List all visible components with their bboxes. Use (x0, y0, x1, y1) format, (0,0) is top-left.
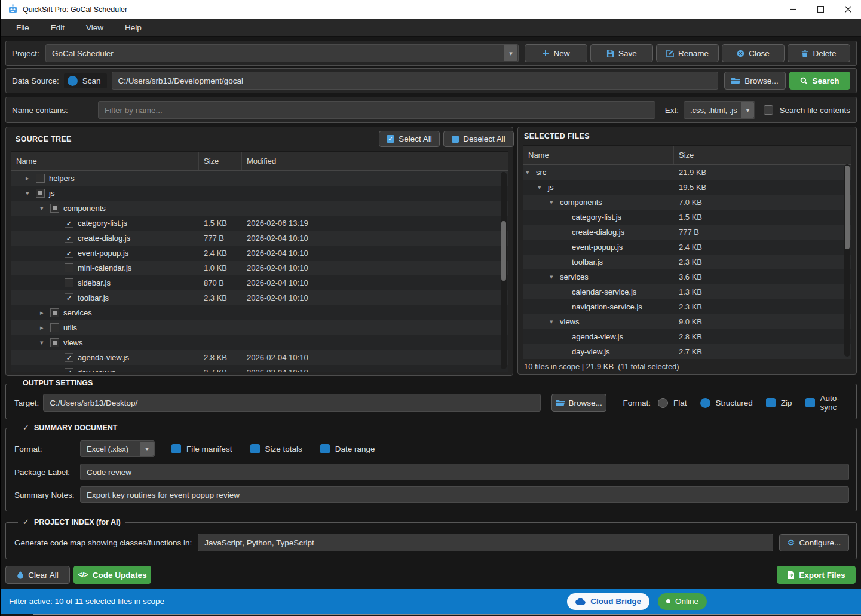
source-tree-row[interactable]: ✓create-dialog.js777 B2026-02-04 10:10 (11, 231, 508, 246)
row-checkbox-checked[interactable]: ✓ (65, 353, 73, 362)
selected-file-row[interactable]: ▾services3.6 KB (523, 269, 851, 284)
summary-format-select[interactable]: Excel (.xlsx) ▾ (80, 440, 155, 457)
caret-down-icon[interactable]: ▾ (526, 168, 536, 176)
caret-down-icon[interactable]: ▾ (538, 183, 548, 191)
caret-right-icon[interactable]: ▸ (40, 309, 50, 317)
source-tree-row[interactable]: ▾components (11, 201, 508, 216)
format-option-structured[interactable]: Structured (700, 398, 753, 408)
row-checkbox-checked[interactable]: ✓ (65, 249, 73, 258)
target-path-input[interactable] (43, 394, 541, 412)
row-checkbox-partial[interactable] (36, 189, 45, 198)
col-name[interactable]: Name (523, 146, 674, 164)
caret-down-icon[interactable]: ▾ (550, 318, 560, 326)
col-modified[interactable]: Modified (242, 152, 508, 170)
close-button[interactable] (834, 0, 861, 19)
row-checkbox-partial[interactable] (50, 204, 59, 213)
save-button[interactable]: Save (590, 44, 653, 62)
selected-file-row[interactable]: ▾js19.5 KB (523, 180, 851, 195)
row-checkbox-checked[interactable]: ✓ (65, 293, 73, 302)
scan-radio[interactable] (68, 76, 78, 86)
delete-button[interactable]: Delete (788, 44, 850, 62)
row-checkbox-unchecked[interactable] (65, 263, 73, 272)
source-tree-row[interactable]: ✓agenda-view.js2.8 KB2026-02-04 10:10 (11, 350, 508, 365)
source-tree-row[interactable]: sidebar.js870 B2026-02-04 10:10 (11, 275, 508, 290)
selected-file-row[interactable]: navigation-service.js2.3 KB (523, 299, 851, 314)
row-checkbox-checked[interactable]: ✓ (65, 368, 73, 372)
minimize-button[interactable] (779, 0, 807, 19)
selected-file-row[interactable]: toolbar.js2.3 KB (523, 255, 851, 269)
rename-button[interactable]: Rename (656, 44, 719, 62)
deselect-all-button[interactable]: Deselect All (443, 131, 514, 147)
radio-unchecked[interactable] (658, 398, 668, 408)
caret-right-icon[interactable]: ▸ (26, 174, 36, 182)
close-project-button[interactable]: Close (722, 44, 785, 62)
caret-down-icon[interactable]: ▾ (550, 273, 560, 281)
scrollbar-thumb[interactable] (845, 166, 850, 249)
package-label-input[interactable] (80, 464, 849, 480)
source-tree-row[interactable]: mini-calendar.js1.0 KB2026-02-04 10:10 (11, 261, 508, 275)
scrollbar-thumb[interactable] (501, 221, 506, 281)
clear-all-button[interactable]: Clear All (5, 566, 70, 584)
summary-notes-input[interactable] (80, 486, 849, 503)
selected-file-row[interactable]: ▾src21.9 KB (523, 165, 851, 180)
checkbox-checked[interactable] (766, 398, 776, 407)
caret-down-icon[interactable]: ▾ (26, 189, 36, 197)
source-tree-row[interactable]: ▾js (11, 186, 508, 201)
caret-right-icon[interactable]: ▸ (40, 324, 50, 332)
row-checkbox-unchecked[interactable] (65, 278, 73, 287)
project-select[interactable]: GoCal Scheduler ▾ (45, 44, 519, 62)
format-option-auto-sync[interactable]: Auto-sync (805, 394, 849, 412)
selected-file-row[interactable]: calendar-service.js1.3 KB (523, 284, 851, 299)
search-contents-checkbox[interactable] (764, 105, 773, 115)
caret-down-icon[interactable]: ▾ (40, 339, 50, 347)
search-button[interactable]: Search (789, 72, 850, 90)
summary-option-file-manifest[interactable]: File manifest (171, 444, 232, 453)
source-tree-row[interactable]: ▸utils (11, 320, 508, 335)
checkbox-checked[interactable] (250, 444, 260, 453)
checkbox-checked[interactable] (171, 444, 181, 453)
cloud-bridge-button[interactable]: Cloud Bridge (567, 593, 649, 610)
selected-file-row[interactable]: category-list.js1.5 KB (523, 210, 851, 225)
checkbox-checked[interactable] (805, 398, 815, 407)
col-size[interactable]: Size (674, 146, 851, 164)
source-tree-row[interactable]: ▸services (11, 305, 508, 320)
row-checkbox-checked[interactable]: ✓ (65, 219, 73, 228)
selected-file-row[interactable]: day-view.js2.7 KB (523, 344, 851, 359)
ext-select[interactable]: .css, .html, .js ▾ (684, 101, 755, 119)
source-tree-row[interactable]: ▸helpers (11, 171, 508, 186)
selected-files-scrollbar[interactable] (844, 164, 850, 357)
menu-item-help[interactable]: Help (117, 21, 150, 35)
browse-source-button[interactable]: Browse... (724, 72, 786, 90)
source-tree-row[interactable]: ✓toolbar.js2.3 KB2026-02-04 10:10 (11, 290, 508, 305)
caret-down-icon[interactable]: ▾ (40, 204, 50, 212)
source-tree-row[interactable]: ✓category-list.js1.5 KB2026-02-06 13:19 (11, 216, 508, 231)
selected-file-row[interactable]: event-popup.js2.4 KB (523, 240, 851, 255)
selected-file-row[interactable]: ▾views9.0 KB (523, 314, 851, 329)
row-checkbox-unchecked[interactable] (50, 323, 59, 332)
project-index-enabled-checkbox[interactable]: ✓ (23, 517, 29, 526)
row-checkbox-partial[interactable] (50, 338, 59, 347)
menu-item-edit[interactable]: Edit (42, 21, 73, 35)
browse-target-button[interactable]: Browse... (551, 394, 606, 412)
col-name[interactable]: Name (11, 152, 199, 170)
checkbox-checked[interactable] (320, 444, 330, 453)
selected-file-row[interactable]: create-dialog.js777 B (523, 225, 851, 240)
caret-down-icon[interactable]: ▾ (550, 198, 560, 206)
menu-item-view[interactable]: View (78, 21, 112, 35)
scan-mode-toggle[interactable]: Scan (64, 73, 107, 88)
menu-item-file[interactable]: File (8, 21, 38, 35)
code-updates-button[interactable]: </> Code Updates (73, 566, 151, 584)
col-size[interactable]: Size (199, 152, 242, 170)
source-tree-row[interactable]: ▾views (11, 335, 508, 350)
source-tree-scrollbar[interactable] (501, 172, 507, 369)
export-files-button[interactable]: Export Files (777, 566, 856, 584)
code-map-languages-input[interactable] (198, 534, 773, 551)
row-checkbox-checked[interactable]: ✓ (65, 234, 73, 243)
radio-checked[interactable] (700, 398, 710, 408)
format-option-zip[interactable]: Zip (766, 398, 792, 407)
row-checkbox-unchecked[interactable] (36, 174, 45, 183)
selected-file-row[interactable]: ▾components7.0 KB (523, 195, 851, 210)
select-all-button[interactable]: ✓ Select All (379, 131, 440, 147)
summary-option-date-range[interactable]: Date range (320, 444, 375, 453)
summary-enabled-checkbox[interactable]: ✓ (23, 423, 29, 432)
